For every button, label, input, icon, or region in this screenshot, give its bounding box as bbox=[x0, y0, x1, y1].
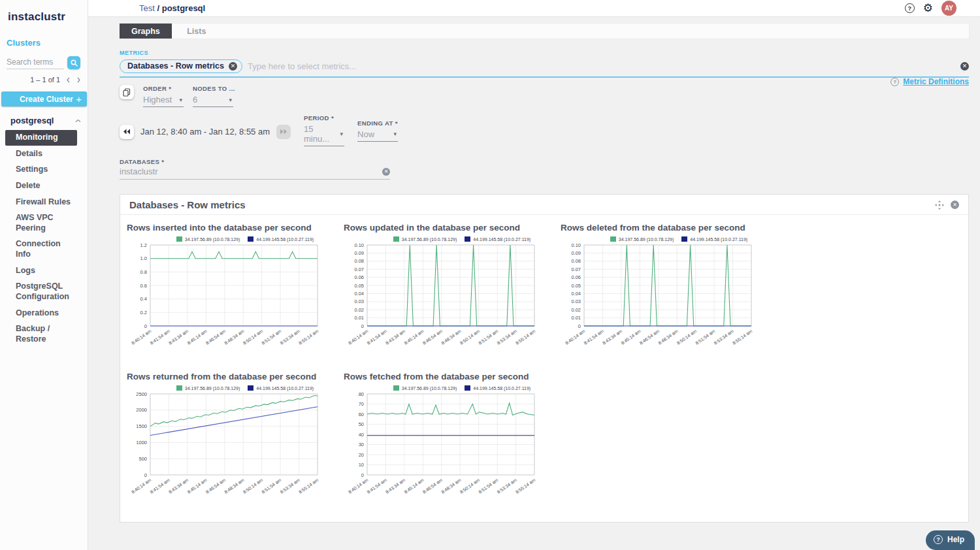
sidebar-nav: MonitoringDetailsSettingsDeleteFirewall … bbox=[0, 130, 88, 347]
nodes-label: NODES TO ... bbox=[193, 85, 235, 92]
sidebar-item-firewall-rules[interactable]: Firewall Rules bbox=[5, 195, 77, 210]
metric-definitions-link[interactable]: Metric Definitions bbox=[903, 77, 969, 86]
svg-text:8:53:34 am: 8:53:34 am bbox=[496, 477, 517, 494]
gear-icon[interactable]: ⚙ bbox=[923, 3, 933, 14]
svg-text:0: 0 bbox=[361, 472, 364, 478]
legend-label: 34.197.56.89 (10.0.78.129) bbox=[185, 237, 240, 242]
main-area: Test / postgresql ? ⚙ AY Graphs Lists ME… bbox=[88, 0, 980, 550]
legend-swatch-icon bbox=[248, 385, 253, 391]
help-button[interactable]: ? Help bbox=[926, 530, 975, 550]
sidebar-item-operations[interactable]: Operations bbox=[5, 306, 77, 321]
metrics-select-row: Databases - Row metrics ✕ ✕ bbox=[120, 59, 969, 78]
chevron-down-icon: ▾ bbox=[393, 131, 397, 137]
chart-rows-updated-in-the-database-per-second: Rows updated in the database per second3… bbox=[344, 223, 561, 357]
plus-icon: + bbox=[76, 93, 82, 105]
svg-text:0.6: 0.6 bbox=[140, 283, 147, 289]
svg-text:0.07: 0.07 bbox=[354, 267, 364, 272]
svg-text:8:45:14 am: 8:45:14 am bbox=[620, 329, 642, 346]
rewind-button[interactable] bbox=[120, 125, 134, 139]
svg-text:8:46:54 am: 8:46:54 am bbox=[639, 329, 661, 346]
legend-swatch-icon bbox=[610, 236, 616, 242]
sidebar-item-monitoring[interactable]: Monitoring bbox=[5, 130, 77, 146]
clear-databases-icon[interactable]: ✕ bbox=[382, 168, 390, 176]
databases-input[interactable] bbox=[120, 167, 382, 176]
cluster-search-input[interactable] bbox=[7, 56, 64, 69]
pagination-text: 1 – 1 of 1 bbox=[30, 76, 60, 84]
svg-text:8:46:54 am: 8:46:54 am bbox=[205, 477, 227, 494]
create-cluster-button[interactable]: Create Cluster + bbox=[1, 91, 87, 106]
sidebar-item-postgresql-configuration[interactable]: PostgreSQL Configuration bbox=[5, 279, 77, 304]
svg-text:8:51:54 am: 8:51:54 am bbox=[478, 477, 499, 494]
chart-plot: 8:40:14 am8:41:54 am8:43:34 am8:45:14 am… bbox=[127, 391, 323, 504]
clear-metrics-icon[interactable]: ✕ bbox=[960, 62, 969, 71]
metrics-search-input[interactable] bbox=[248, 61, 960, 71]
svg-text:8:53:34 am: 8:53:34 am bbox=[279, 477, 301, 494]
legend-item: 34.197.56.89 (10.0.78.129) bbox=[393, 385, 457, 391]
metric-chip-label: Databases - Row metrics bbox=[127, 61, 224, 71]
help-circle-icon[interactable]: ? bbox=[905, 3, 915, 13]
order-label: ORDER * bbox=[143, 85, 184, 92]
breadcrumb-current: postgresql bbox=[162, 3, 205, 13]
close-panel-icon[interactable]: ✕ bbox=[951, 201, 959, 209]
order-value: Highest bbox=[143, 95, 172, 105]
svg-text:0.08: 0.08 bbox=[571, 258, 581, 264]
legend-label: 44.199.145.58 (10.0.27.119) bbox=[690, 237, 747, 242]
chart-title: Rows deleted from the database per secon… bbox=[561, 223, 777, 233]
nodes-select[interactable]: 6 ▾ bbox=[193, 94, 233, 107]
move-panel-icon[interactable] bbox=[935, 201, 944, 210]
sidebar-cluster-postgresql[interactable]: postgresql bbox=[0, 113, 88, 129]
time-range-text: Jan 12, 8:40 am - Jan 12, 8:55 am bbox=[140, 127, 270, 137]
avatar[interactable]: AY bbox=[941, 1, 956, 16]
content: Graphs Lists METRICS Databases - Row met… bbox=[88, 17, 980, 523]
prev-page-icon[interactable] bbox=[66, 77, 71, 83]
remove-metric-icon[interactable]: ✕ bbox=[229, 62, 237, 71]
tab-graphs[interactable]: Graphs bbox=[120, 24, 172, 39]
sidebar-item-delete[interactable]: Delete bbox=[5, 178, 77, 194]
chart-legend: 34.197.56.89 (10.0.78.129)44.199.145.58 … bbox=[580, 236, 777, 242]
legend-item: 44.199.145.58 (10.0.27.119) bbox=[248, 236, 314, 242]
svg-text:20: 20 bbox=[359, 452, 364, 458]
next-page-icon[interactable] bbox=[76, 77, 81, 83]
fast-forward-icon bbox=[280, 129, 287, 135]
instaclustr-logo: instaclustr bbox=[0, 0, 88, 33]
copy-graphs-button[interactable] bbox=[120, 85, 134, 99]
svg-text:8:41:54 am: 8:41:54 am bbox=[366, 477, 387, 494]
svg-text:0.09: 0.09 bbox=[571, 250, 581, 256]
search-button[interactable] bbox=[67, 56, 80, 69]
sidebar-item-logs[interactable]: Logs bbox=[5, 263, 77, 279]
svg-text:8:40:14 am: 8:40:14 am bbox=[348, 329, 369, 346]
chevron-down-icon: ▾ bbox=[179, 97, 182, 103]
svg-text:8:55:14 am: 8:55:14 am bbox=[298, 329, 319, 346]
sidebar-item-settings[interactable]: Settings bbox=[5, 162, 77, 178]
legend-swatch-icon bbox=[248, 236, 253, 242]
legend-item: 44.199.145.58 (10.0.27.119) bbox=[248, 385, 314, 391]
svg-text:8:50:14 am: 8:50:14 am bbox=[242, 477, 264, 494]
period-select[interactable]: 15 minu... ▾ bbox=[304, 123, 344, 146]
forward-button[interactable] bbox=[276, 125, 291, 139]
svg-text:8:46:54 am: 8:46:54 am bbox=[422, 477, 444, 494]
period-value: 15 minu... bbox=[304, 124, 340, 144]
svg-text:8:40:14 am: 8:40:14 am bbox=[564, 329, 586, 346]
legend-item: 34.197.56.89 (10.0.78.129) bbox=[393, 236, 457, 242]
chart-legend: 34.197.56.89 (10.0.78.129)44.199.145.58 … bbox=[146, 385, 344, 391]
order-select[interactable]: Highest ▾ bbox=[143, 94, 184, 107]
svg-text:8:45:14 am: 8:45:14 am bbox=[186, 477, 208, 494]
svg-text:8:55:14 am: 8:55:14 am bbox=[515, 477, 536, 494]
ending-at-select[interactable]: Now ▾ bbox=[357, 129, 398, 142]
sidebar-item-connection-info[interactable]: Connection Info bbox=[5, 236, 77, 262]
svg-text:8:43:34 am: 8:43:34 am bbox=[602, 329, 623, 346]
svg-text:50: 50 bbox=[359, 421, 364, 427]
tab-lists[interactable]: Lists bbox=[172, 24, 221, 39]
svg-text:8:53:34 am: 8:53:34 am bbox=[713, 329, 734, 346]
svg-text:80: 80 bbox=[359, 391, 364, 397]
sidebar-item-aws-vpc-peering[interactable]: AWS VPC Peering bbox=[5, 210, 77, 236]
metric-chip[interactable]: Databases - Row metrics ✕ bbox=[120, 59, 242, 73]
cluster-name-label: postgresql bbox=[10, 116, 54, 125]
sidebar-item-backup-restore[interactable]: Backup / Restore bbox=[5, 321, 77, 347]
breadcrumb-parent-link[interactable]: Test bbox=[139, 3, 155, 13]
svg-text:8:43:34 am: 8:43:34 am bbox=[168, 329, 189, 346]
sidebar-item-details[interactable]: Details bbox=[5, 146, 77, 162]
svg-text:0.05: 0.05 bbox=[354, 283, 364, 289]
rewind-icon bbox=[123, 129, 131, 135]
chart-legend: 34.197.56.89 (10.0.78.129)44.199.145.58 … bbox=[363, 385, 561, 391]
